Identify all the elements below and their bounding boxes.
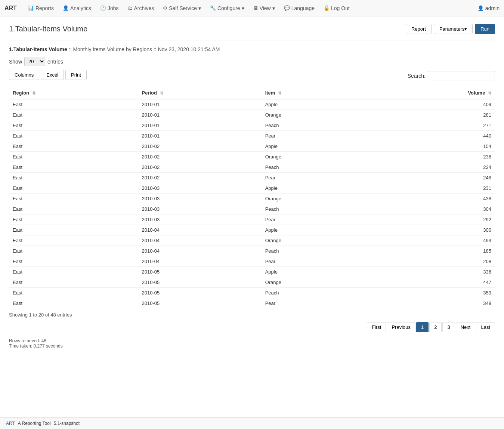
table-cell: East	[9, 173, 138, 183]
table-cell: Orange	[262, 152, 363, 162]
title-actions: Report Parameters▾ Run	[406, 24, 495, 34]
table-cell: Peach	[262, 288, 363, 298]
sort-item-icon: ⇅	[278, 91, 281, 95]
time-taken: Time taken: 0.277 seconds	[9, 343, 495, 349]
navbar-user: 👤 admin	[477, 5, 500, 11]
table-row: East2010-01Pear440	[9, 131, 495, 141]
entries-label: entries	[47, 59, 63, 65]
table-cell: 447	[363, 277, 495, 288]
page-3-button[interactable]: 3	[442, 322, 455, 332]
table-cell: East	[9, 183, 138, 194]
nav-items: 📊 Reports 👤 Analytics 🕐 Jobs 🗂 Archives …	[24, 4, 477, 13]
table-cell: East	[9, 288, 138, 298]
table-cell: East	[9, 214, 138, 225]
title-bar: 1.Tabular-Items Volume Report Parameters…	[9, 24, 495, 34]
table-cell: East	[9, 99, 138, 110]
table-cell: 2010-04	[138, 235, 262, 246]
search-row: Search:	[408, 71, 495, 80]
table-cell: Peach	[262, 120, 363, 131]
nav-configure[interactable]: 🔧 Configure ▾	[206, 4, 248, 13]
page-first-button[interactable]: First	[367, 322, 386, 332]
columns-button[interactable]: Columns	[9, 70, 39, 80]
show-entries: Show 10 20 50 100 entries	[9, 57, 63, 66]
table-cell: 248	[363, 173, 495, 183]
controls-row: Show 10 20 50 100 entries	[9, 57, 495, 66]
nav-jobs[interactable]: 🕐 Jobs	[96, 4, 123, 13]
nav-self-service[interactable]: ⚙ Self Service ▾	[159, 4, 205, 13]
search-input[interactable]	[428, 71, 495, 80]
table-row: East2010-05Apple336	[9, 267, 495, 277]
table-cell: East	[9, 110, 138, 120]
table-cell: 208	[363, 256, 495, 267]
language-icon: 💬	[284, 5, 290, 11]
print-button[interactable]: Print	[65, 70, 87, 80]
nav-language[interactable]: 💬 Language	[280, 4, 318, 13]
self-service-dropdown-icon: ▾	[198, 5, 201, 11]
entries-select[interactable]: 10 20 50 100	[24, 57, 45, 66]
table-cell: Peach	[262, 162, 363, 173]
table-row: East2010-02Pear248	[9, 173, 495, 183]
logout-icon: 🔓	[324, 5, 330, 11]
page-last-button[interactable]: Last	[476, 322, 495, 332]
table-cell: East	[9, 246, 138, 256]
table-row: East2010-05Pear349	[9, 298, 495, 309]
table-cell: 2010-03	[138, 214, 262, 225]
nav-view[interactable]: 🖥 View ▾	[250, 4, 279, 13]
table-cell: Peach	[262, 246, 363, 256]
configure-icon: 🔧	[210, 5, 216, 11]
view-dropdown-icon: ▾	[272, 5, 275, 11]
col-region[interactable]: Region ⇅	[9, 87, 138, 99]
table-row: East2010-02Peach224	[9, 162, 495, 173]
table-cell: 2010-05	[138, 288, 262, 298]
table-cell: 236	[363, 152, 495, 162]
page-1-button[interactable]: 1	[416, 322, 429, 332]
table-cell: 438	[363, 194, 495, 204]
nav-reports[interactable]: 📊 Reports	[24, 4, 58, 13]
table-row: East2010-02Orange236	[9, 152, 495, 162]
user-icon: 👤	[477, 5, 484, 11]
table-cell: Pear	[262, 256, 363, 267]
show-label: Show	[9, 59, 22, 65]
action-buttons: Columns Excel Print	[9, 70, 87, 80]
report-name: 1.Tabular-Items Volume	[9, 46, 67, 52]
username-label: admin	[485, 5, 500, 11]
col-volume[interactable]: Volume ⇅	[363, 87, 495, 99]
brand-label[interactable]: ART	[4, 5, 17, 12]
table-cell: 304	[363, 204, 495, 214]
page-previous-button[interactable]: Previous	[387, 322, 415, 332]
table-cell: 154	[363, 141, 495, 152]
col-item[interactable]: Item ⇅	[262, 87, 363, 99]
nav-archives[interactable]: 🗂 Archives	[124, 4, 158, 13]
table-cell: East	[9, 162, 138, 173]
table-row: East2010-03Peach304	[9, 204, 495, 214]
report-button[interactable]: Report	[406, 24, 432, 34]
page-next-button[interactable]: Next	[456, 322, 476, 332]
table-cell: 2010-05	[138, 267, 262, 277]
table-row: East2010-01Apple409	[9, 99, 495, 110]
nav-configure-label: Configure	[217, 5, 240, 11]
view-icon: 🖥	[253, 5, 258, 11]
table-cell: 2010-01	[138, 131, 262, 141]
self-service-icon: ⚙	[163, 5, 167, 11]
table-body: East2010-01Apple409East2010-01Orange281E…	[9, 99, 495, 308]
table-cell: East	[9, 194, 138, 204]
table-cell: 2010-02	[138, 152, 262, 162]
run-button[interactable]: Run	[475, 24, 495, 34]
page-2-button[interactable]: 2	[429, 322, 442, 332]
table-cell: East	[9, 141, 138, 152]
table-row: East2010-01Peach271	[9, 120, 495, 131]
archives-icon: 🗂	[128, 5, 133, 11]
table-cell: East	[9, 235, 138, 246]
table-row: East2010-04Orange493	[9, 235, 495, 246]
table-cell: 2010-05	[138, 277, 262, 288]
parameters-button[interactable]: Parameters▾	[434, 24, 473, 34]
nav-analytics[interactable]: 👤 Analytics	[59, 4, 95, 13]
jobs-icon: 🕐	[100, 5, 106, 11]
col-period[interactable]: Period ⇅	[138, 87, 262, 99]
nav-logout[interactable]: 🔓 Log Out	[320, 4, 353, 13]
excel-button[interactable]: Excel	[41, 70, 64, 80]
table-cell: East	[9, 256, 138, 267]
table-row: East2010-03Orange438	[9, 194, 495, 204]
table-cell: 2010-04	[138, 225, 262, 235]
table-cell: East	[9, 298, 138, 309]
